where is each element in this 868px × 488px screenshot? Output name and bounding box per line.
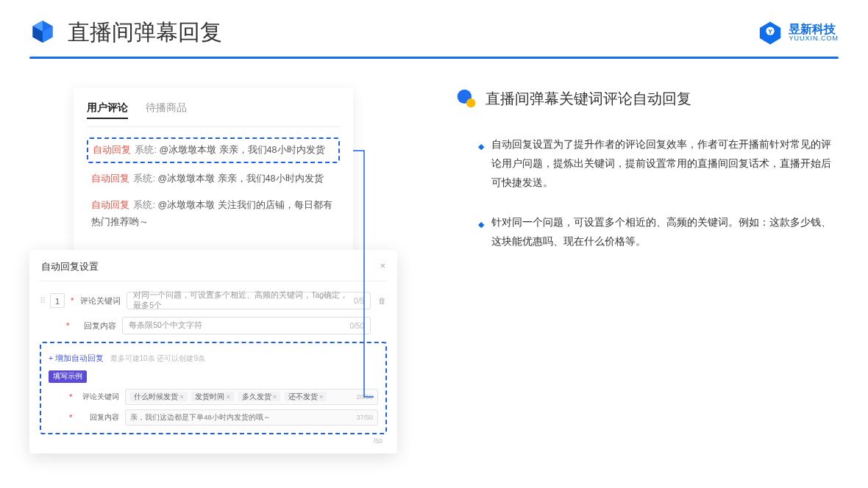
- drag-handle-icon[interactable]: ⠿: [40, 296, 44, 306]
- svg-point-3: [466, 98, 475, 107]
- form-row-reply: * 回复内容 每条限50个中文字符 0/50: [40, 317, 387, 334]
- example-pill: 填写示例: [49, 370, 87, 383]
- brand-mark-icon: Y: [758, 21, 783, 46]
- example-block: + 增加自动回复 最多可建10条 还可以创建9条 填写示例 * 评论关键词 什么…: [40, 342, 387, 434]
- reply-label: 回复内容: [75, 320, 116, 331]
- input-placeholder: 对同一个问题，可设置多个相近、高频的关键词，Tag确定，最多5个: [133, 290, 354, 311]
- bullet-item: ◆ 自动回复设置为了提升作者的评论回复效率，作者可在开播前针对常见的评论用户问题…: [456, 135, 839, 193]
- bullet-text: 自动回复设置为了提升作者的评论回复效率，作者可在开播前针对常见的评论用户问题，提…: [491, 135, 839, 193]
- example-keyword-input[interactable]: 什么时候发货× 发货时间× 多久发货× 还不发货× 20/50: [125, 389, 378, 405]
- modal-header: 自动回复设置 ×: [40, 259, 387, 281]
- header-left: 直播间弹幕回复: [29, 18, 222, 48]
- bullet-item: ◆ 针对同一个问题，可设置多个相近的、高频的关键词。例如：这款多少钱、这块能优惠…: [456, 213, 839, 251]
- close-icon[interactable]: ×: [380, 260, 385, 273]
- tabs: 用户评论 待播商品: [87, 101, 340, 127]
- form-row-keyword: ⠿ 1 * 评论关键词 对同一个问题，可设置多个相近、高频的关键词，Tag确定，…: [40, 292, 387, 309]
- char-count: 0/50: [350, 322, 364, 330]
- tag-chip-list: 什么时候发货× 发货时间× 多久发货× 还不发货×: [130, 392, 329, 402]
- tag-chip[interactable]: 还不发货×: [285, 392, 327, 401]
- auto-reply-settings-modal: 自动回复设置 × ⠿ 1 * 评论关键词 对同一个问题，可设置多个相近、高频的关…: [29, 250, 397, 453]
- brand-name-en: YUUXIN.COM: [789, 35, 839, 42]
- right-content: 直播间弹幕关键词评论自动回复 ◆ 自动回复设置为了提升作者的评论回复效率，作者可…: [427, 88, 839, 271]
- example-reply-text: 亲，我们这边都是下单48小时内发货的哦～: [130, 413, 271, 423]
- bullet-text: 针对同一个问题，可设置多个相近的、高频的关键词。例如：这款多少钱、这块能优惠吗、…: [491, 213, 839, 251]
- brand-logo-block: Y 昱新科技 YUUXIN.COM: [758, 21, 839, 46]
- keyword-label: 评论关键词: [78, 392, 119, 402]
- section-title: 直播间弹幕关键词评论自动回复: [485, 89, 691, 109]
- comment-item: 自动回复 系统: @冰墩墩本墩 关注我们的店铺，每日都有热门推荐哟～: [87, 194, 340, 233]
- keyword-label: 评论关键词: [79, 295, 121, 306]
- add-auto-reply-link[interactable]: + 增加自动回复: [49, 354, 104, 364]
- system-label: 系统:: [133, 200, 154, 210]
- comment-item: 自动回复 系统: @冰墩墩本墩 亲亲，我们48小时内发货: [87, 168, 340, 190]
- system-label: 系统:: [135, 145, 156, 155]
- tag-chip[interactable]: 发货时间×: [191, 392, 234, 401]
- outer-count: /50: [40, 434, 387, 445]
- tab-pending-goods[interactable]: 待播商品: [146, 101, 187, 119]
- screenshot-stack: 用户评论 待播商品 自动回复 系统: @冰墩墩本墩 亲亲，我们48小时内发货 自…: [29, 88, 397, 271]
- char-count: 20/50: [356, 393, 373, 401]
- tag-chip[interactable]: 什么时候发货×: [130, 392, 188, 401]
- add-hint: 最多可建10条 还可以创建9条: [110, 354, 205, 362]
- system-label: 系统:: [133, 173, 154, 184]
- page-title: 直播间弹幕回复: [68, 18, 222, 48]
- delete-icon[interactable]: 🗑: [377, 296, 387, 305]
- main: 用户评论 待播商品 自动回复 系统: @冰墩墩本墩 亲亲，我们48小时内发货 自…: [0, 59, 868, 286]
- auto-reply-tag: 自动回复: [93, 145, 131, 155]
- section-heading: 直播间弹幕关键词评论自动回复: [456, 88, 839, 109]
- tab-user-comments[interactable]: 用户评论: [87, 101, 128, 119]
- header: 直播间弹幕回复 Y 昱新科技 YUUXIN.COM: [0, 0, 868, 57]
- cube-icon: [29, 18, 56, 48]
- input-placeholder: 每条限50个中文字符: [129, 320, 202, 331]
- auto-reply-tag: 自动回复: [91, 200, 129, 210]
- auto-reply-tag: 自动回复: [91, 173, 129, 184]
- brand-name-cn: 昱新科技: [789, 24, 839, 35]
- required-asterisk: *: [69, 392, 72, 401]
- example-row-keyword: * 评论关键词 什么时候发货× 发货时间× 多久发货× 还不发货× 20/50: [49, 389, 378, 405]
- example-row-reply: * 回复内容 亲，我们这边都是下单48小时内发货的哦～ 37/50: [49, 409, 378, 426]
- comment-text: @冰墩墩本墩 亲亲，我们48小时内发货: [159, 145, 324, 155]
- required-asterisk: *: [66, 321, 69, 330]
- bullet-icon: ◆: [478, 217, 484, 251]
- chat-bubble-icon: [456, 88, 477, 109]
- char-count: 0/5: [354, 297, 364, 305]
- keyword-input[interactable]: 对同一个问题，可设置多个相近、高频的关键词，Tag确定，最多5个 0/5: [127, 292, 371, 309]
- char-count: 37/50: [356, 414, 373, 421]
- comment-text: @冰墩墩本墩 亲亲，我们48小时内发货: [157, 173, 323, 184]
- required-asterisk: *: [69, 413, 72, 422]
- required-asterisk: *: [71, 296, 74, 305]
- reply-input[interactable]: 每条限50个中文字符 0/50: [122, 317, 371, 334]
- svg-text:Y: Y: [769, 27, 773, 35]
- bullet-icon: ◆: [478, 139, 484, 193]
- tag-chip[interactable]: 多久发货×: [238, 392, 281, 401]
- reply-label: 回复内容: [78, 412, 119, 423]
- modal-title: 自动回复设置: [41, 260, 99, 273]
- comment-highlighted: 自动回复 系统: @冰墩墩本墩 亲亲，我们48小时内发货: [87, 137, 340, 163]
- rule-number: 1: [50, 293, 65, 308]
- example-reply-input[interactable]: 亲，我们这边都是下单48小时内发货的哦～ 37/50: [125, 409, 378, 426]
